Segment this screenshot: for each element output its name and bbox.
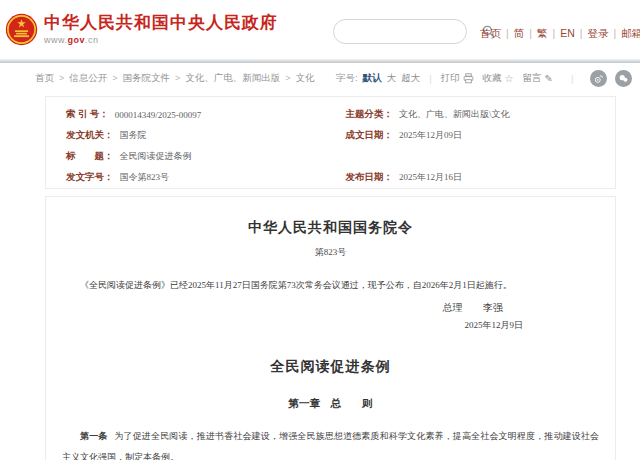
- meta-label: 成文日期：: [346, 129, 394, 142]
- breadcrumb-separator: >: [112, 73, 117, 83]
- site-url-www: www.: [44, 35, 68, 45]
- nav-english[interactable]: EN: [560, 27, 575, 39]
- meta-label: 发布日期：: [346, 171, 394, 184]
- breadcrumb-separator: >: [59, 73, 64, 83]
- nav-separator: |: [614, 27, 617, 39]
- page: 中华人民共和国中央人民政府 www.gov.cn 首页|简|繁|EN|登录|邮箱…: [0, 0, 640, 460]
- meta-value: 文化、广电、新闻出版\文化: [399, 108, 510, 121]
- breadcrumb-info-disclosure[interactable]: 信息公开: [69, 72, 107, 83]
- search-input[interactable]: [334, 26, 482, 37]
- breadcrumb-culture-media[interactable]: 文化、广电、新闻出版: [185, 72, 280, 83]
- breadcrumb-home[interactable]: 首页: [35, 72, 54, 83]
- meta-value: 国令第823号: [120, 171, 170, 184]
- document-content-box: 中华人民共和国国务院令 第823号 《全民阅读促进条例》已经2025年11月27…: [45, 196, 616, 460]
- document-meta-box: 索 引 号： 000014349/2025-00097 主题分类： 文化、广电、…: [45, 96, 616, 189]
- top-nav: 首页|简|繁|EN|登录|邮箱|无障碍: [480, 27, 640, 41]
- signature-date: 2025年12月9日: [46, 319, 615, 332]
- meta-value: 全民阅读促进条例: [120, 150, 192, 163]
- font-size-default[interactable]: 默认: [363, 72, 382, 85]
- breadcrumb-separator: >: [285, 73, 290, 83]
- weibo-share-icon[interactable]: [590, 70, 607, 87]
- nav-home[interactable]: 首页: [480, 27, 501, 39]
- article-1-text: 为了促进全民阅读，推进书香社会建设，增强全民族思想道德素质和科学文化素养，提高全…: [62, 431, 599, 460]
- comment-button[interactable]: 留言 ✎: [523, 72, 553, 85]
- brand-text: 中华人民共和国中央人民政府 www.gov.cn: [44, 13, 278, 45]
- font-size-label: 字号:: [336, 72, 358, 85]
- wechat-share-icon[interactable]: [615, 70, 632, 87]
- breadcrumb: 首页>信息公开>国务院文件>文化、广电、新闻出版>文化: [35, 72, 315, 85]
- print-button[interactable]: 打印: [441, 72, 474, 85]
- national-emblem-icon: [5, 13, 38, 46]
- meta-label: 发文机关：: [66, 129, 114, 142]
- site-brand[interactable]: 中华人民共和国中央人民政府 www.gov.cn: [5, 13, 278, 46]
- favorite-label: 收藏: [483, 72, 502, 85]
- search-box: [333, 19, 467, 44]
- meta-value: 2025年12月16日: [399, 171, 462, 184]
- nav-mail[interactable]: 邮箱: [621, 27, 640, 39]
- law-title: 全民阅读促进条例: [46, 358, 615, 376]
- meta-empty-cell: [331, 146, 616, 167]
- printer-icon: [463, 73, 474, 84]
- tool-separator: |: [571, 73, 573, 84]
- nav-separator: |: [529, 27, 532, 39]
- breadcrumb-separator: >: [175, 73, 180, 83]
- page-tools: 字号: 默认 大 超大 | 打印 收藏 ☆ 留言 ✎ |: [336, 70, 640, 87]
- meta-index-number: 索 引 号： 000014349/2025-00097: [46, 104, 331, 125]
- signature-name: 李强: [483, 302, 503, 313]
- share-group: [582, 70, 640, 87]
- nav-separator: |: [580, 27, 583, 39]
- nav-simplified[interactable]: 简: [514, 27, 525, 39]
- chapter-heading: 第一章 总 则: [46, 397, 615, 411]
- decree-body: 《全民阅读促进条例》已经2025年11月27日国务院第73次常务会议通过，现予公…: [62, 275, 599, 295]
- print-label: 打印: [441, 72, 460, 85]
- site-header: 中华人民共和国中央人民政府 www.gov.cn 首页|简|繁|EN|登录|邮箱…: [0, 0, 640, 60]
- breadcrumb-culture[interactable]: 文化: [296, 72, 315, 83]
- nav-separator: |: [552, 27, 555, 39]
- meta-topic-category: 主题分类： 文化、广电、新闻出版\文化: [331, 104, 616, 125]
- site-title: 中华人民共和国中央人民政府: [44, 13, 278, 33]
- meta-value: 000014349/2025-00097: [115, 110, 202, 120]
- meta-label: 索 引 号：: [66, 108, 109, 121]
- signature-role: 总理: [443, 302, 463, 313]
- font-size-xlarge[interactable]: 超大: [401, 72, 420, 85]
- article-1-label: 第一条: [80, 431, 107, 441]
- nav-separator: |: [506, 27, 509, 39]
- meta-grid: 索 引 号： 000014349/2025-00097 主题分类： 文化、广电、…: [46, 104, 615, 188]
- font-size-large[interactable]: 大: [387, 72, 397, 85]
- meta-title: 标 题： 全民阅读促进条例: [46, 146, 331, 167]
- breadcrumb-state-council-docs[interactable]: 国务院文件: [123, 72, 171, 83]
- star-icon: ☆: [505, 73, 514, 84]
- favorite-button[interactable]: 收藏 ☆: [483, 72, 514, 85]
- meta-document-number: 发文字号： 国令第823号: [46, 167, 331, 188]
- meta-value: 2025年12月09日: [399, 129, 462, 142]
- article-1: 第一条为了促进全民阅读，推进书香社会建设，增强全民族思想道德素质和科学文化素养，…: [62, 426, 599, 460]
- nav-login[interactable]: 登录: [588, 27, 609, 39]
- meta-label: 标 题：: [66, 150, 114, 163]
- meta-label: 主题分类：: [346, 108, 394, 121]
- meta-written-date: 成文日期： 2025年12月09日: [331, 125, 616, 146]
- site-url: www.gov.cn: [44, 35, 278, 45]
- decree-number: 第823号: [46, 246, 615, 259]
- nav-traditional[interactable]: 繁: [537, 27, 548, 39]
- toolbar: 首页>信息公开>国务院文件>文化、广电、新闻出版>文化 字号: 默认 大 超大 …: [0, 63, 640, 93]
- meta-publish-date: 发布日期： 2025年12月16日: [331, 167, 616, 188]
- site-url-cn: .cn: [85, 35, 99, 45]
- meta-label: 发文字号：: [66, 171, 114, 184]
- meta-issuing-agency: 发文机关： 国务院: [46, 125, 331, 146]
- tool-separator: |: [429, 73, 431, 84]
- comment-label: 留言: [523, 72, 542, 85]
- site-url-gov: gov: [68, 35, 86, 45]
- pencil-icon: ✎: [545, 73, 553, 84]
- signature-line: 总理 李强: [46, 301, 615, 315]
- meta-value: 国务院: [120, 129, 147, 142]
- decree-title: 中华人民共和国国务院令: [46, 219, 615, 237]
